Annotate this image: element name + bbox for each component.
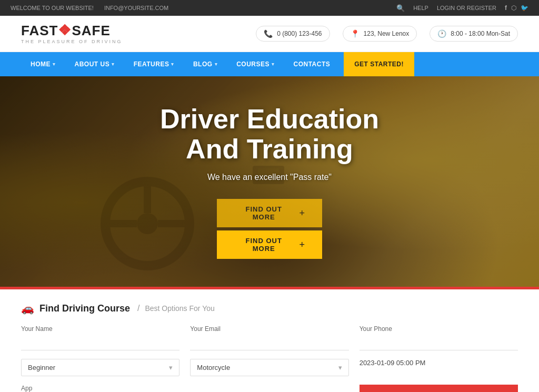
form-row-2: Beginner ▾ Motorcycle ▾ 2023-01-09 05:00… — [21, 359, 518, 376]
spacer-1 — [190, 385, 348, 392]
logo-tagline: THE PLEASURE OF DRIVING — [21, 39, 123, 44]
nav-features[interactable]: FEATURES ▾ — [124, 52, 184, 76]
chevron-down-icon: ▾ — [169, 364, 173, 371]
find-course-title: Find Driving Course — [39, 303, 130, 314]
login-link[interactable]: LOGIN OR REGISTER — [437, 5, 496, 11]
course-type-select[interactable]: Motorcycle ▾ — [190, 359, 348, 376]
logo: FAST❖SAFE THE PLEASURE OF DRIVING — [21, 23, 123, 44]
level-field-group: Beginner ▾ — [21, 359, 179, 376]
nav-get-started[interactable]: GET STARTED! — [344, 52, 414, 76]
date-field-group: 2023-01-09 05:00 PM — [360, 359, 518, 376]
type-field-group: Motorcycle ▾ — [190, 359, 348, 376]
car-icon: 🚗 — [21, 302, 34, 315]
name-field-group: Your Name — [21, 325, 179, 350]
facebook-icon[interactable]: f — [505, 4, 507, 12]
logo-safe: SAFE — [72, 23, 110, 38]
course-type-value: Motorcycle — [197, 364, 230, 371]
chevron-down-icon: ▾ — [215, 62, 218, 67]
submit-group: SEARCH — [360, 385, 518, 392]
help-link[interactable]: HELP — [413, 5, 428, 11]
logo-brand: FAST❖SAFE — [21, 23, 123, 38]
instagram-icon[interactable]: ⬡ — [511, 4, 516, 12]
header-divider: / — [137, 304, 139, 313]
phone-field-group: Your Phone — [360, 325, 518, 350]
phone-icon: 📞 — [264, 29, 273, 38]
hero-section: Driver Education And Training We have an… — [0, 76, 539, 287]
location-icon: 📍 — [351, 29, 360, 38]
hours-contact: 🕐 8:00 - 18:00 Mon-Sat — [430, 26, 518, 42]
logo-amp: ❖ — [58, 22, 72, 38]
nav-about[interactable]: ABOUT US ▾ — [65, 52, 124, 76]
top-bar-left: WELCOME TO OUR WEBSITE! INFO@YOURSITE.CO… — [11, 5, 168, 11]
app-field-group: App — [21, 385, 179, 392]
twitter-icon[interactable]: 🐦 — [521, 4, 528, 12]
clock-icon: 🕐 — [437, 29, 446, 38]
chevron-down-icon: ▾ — [171, 62, 174, 67]
chevron-down-icon: ▾ — [338, 364, 342, 371]
email-input[interactable] — [190, 336, 348, 350]
svg-point-1 — [137, 213, 158, 234]
main-nav: HOME ▾ ABOUT US ▾ FEATURES ▾ BLOG ▾ COUR… — [0, 52, 539, 76]
date-value: 2023-01-09 05:00 PM — [360, 359, 518, 367]
chevron-down-icon: ▾ — [272, 62, 275, 67]
search-submit-button[interactable]: SEARCH — [360, 385, 518, 392]
form-row-1: Your Name Your Email Your Phone — [21, 325, 518, 350]
header: FAST❖SAFE THE PLEASURE OF DRIVING 📞 0 (8… — [0, 16, 539, 52]
find-course-header: 🚗 Find Driving Course / Best Options For… — [21, 302, 518, 315]
name-input[interactable] — [21, 336, 179, 350]
email-label: Your Email — [190, 325, 348, 333]
course-level-value: Beginner — [28, 364, 55, 371]
welcome-text: WELCOME TO OUR WEBSITE! — [11, 5, 94, 11]
social-icons: f ⬡ 🐦 — [505, 4, 528, 12]
email-field-group: Your Email — [190, 325, 348, 350]
top-bar-right: 🔍 HELP LOGIN OR REGISTER f ⬡ 🐦 — [396, 4, 528, 12]
plus-icon: + — [299, 208, 305, 219]
logo-fast: FAST — [21, 23, 58, 38]
hours-text: 8:00 - 18:00 Mon-Sat — [451, 30, 510, 37]
course-level-select[interactable]: Beginner ▾ — [21, 359, 179, 376]
header-contacts: 📞 0 (800) 123-456 📍 123, New Lenox 🕐 8:0… — [256, 26, 518, 42]
phone-contact: 📞 0 (800) 123-456 — [256, 26, 330, 42]
find-course-section: 🚗 Find Driving Course / Best Options For… — [0, 289, 539, 392]
phone-number: 0 (800) 123-456 — [277, 30, 322, 37]
find-out-more-button-1[interactable]: FIND OUT MORE + — [217, 199, 322, 227]
address-contact: 📍 123, New Lenox — [343, 26, 417, 42]
hero-subtitle: We have an excellent "Pass rate" — [160, 173, 379, 182]
nav-home[interactable]: HOME ▾ — [21, 52, 65, 76]
find-out-more-button-2[interactable]: FIND OUT MORE + — [217, 230, 322, 259]
find-course-subtitle: Best Options For You — [145, 304, 214, 313]
name-label: Your Name — [21, 325, 179, 333]
form-row-3: App SEARCH — [21, 385, 518, 392]
phone-label: Your Phone — [360, 325, 518, 333]
hero-title: Driver Education And Training — [160, 104, 379, 164]
address-text: 123, New Lenox — [364, 30, 410, 37]
nav-contacts[interactable]: CONTACTS — [284, 52, 340, 76]
plus-icon: + — [299, 239, 305, 250]
hero-buttons: FIND OUT MORE + FIND OUT MORE + — [160, 199, 379, 259]
top-bar: WELCOME TO OUR WEBSITE! INFO@YOURSITE.CO… — [0, 0, 539, 16]
email-link[interactable]: INFO@YOURSITE.COM — [104, 5, 168, 11]
chevron-down-icon: ▾ — [53, 62, 56, 67]
search-icon[interactable]: 🔍 — [396, 4, 405, 12]
nav-courses[interactable]: COURSES ▾ — [227, 52, 284, 76]
app-label: App — [21, 385, 179, 392]
hero-content: Driver Education And Training We have an… — [160, 104, 379, 259]
nav-blog[interactable]: BLOG ▾ — [184, 52, 227, 76]
chevron-down-icon: ▾ — [112, 62, 115, 67]
phone-input[interactable] — [360, 336, 518, 350]
